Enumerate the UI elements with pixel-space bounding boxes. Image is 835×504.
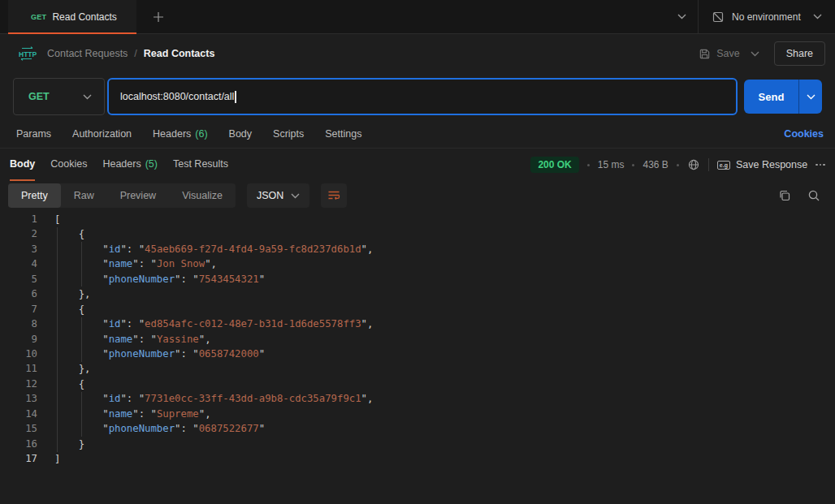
chevron-down-icon: [751, 51, 759, 57]
response-body-viewer[interactable]: 1[2 {3 "id": "45aeb669-f27d-4fd4-9a59-fc…: [0, 210, 835, 503]
response-tab-test-results[interactable]: Test Results: [173, 149, 228, 181]
code-line: 15 "phoneNumber": "0687522677": [0, 421, 835, 436]
code-line: 3 "id": "45aeb669-f27d-4fd4-9a59-fc8d237…: [0, 242, 835, 256]
environment-selector[interactable]: No environment: [699, 0, 835, 33]
save-button[interactable]: Save: [699, 48, 759, 60]
chevron-down-icon: [677, 14, 686, 19]
url-input[interactable]: localhost:8080/contact/all: [107, 78, 738, 115]
response-header: Body Cookies Headers(5) Test Results 200…: [0, 149, 835, 181]
view-preview[interactable]: Preview: [107, 183, 169, 208]
code-line: 17]: [0, 451, 835, 466]
view-pretty[interactable]: Pretty: [8, 183, 61, 208]
breadcrumb-separator: /: [134, 48, 136, 59]
breadcrumb-collection[interactable]: Contact Requests: [47, 48, 128, 59]
separator-dot: [677, 164, 679, 166]
code-line: 6 },: [0, 286, 835, 301]
tab-authorization[interactable]: Authorization: [72, 128, 132, 140]
copy-response-button[interactable]: [778, 189, 791, 202]
save-label: Save: [716, 48, 740, 59]
chevron-down-icon: [291, 193, 300, 199]
indent-guide: [81, 392, 82, 437]
plus-icon: [153, 11, 164, 23]
text-cursor: [235, 91, 236, 103]
language-selector[interactable]: JSON: [247, 183, 309, 208]
wrap-lines-button[interactable]: [321, 183, 347, 208]
save-example-icon: e.g: [717, 161, 730, 170]
breadcrumb-request-name[interactable]: Read Contacts: [144, 48, 215, 59]
tab-method-label: GET: [31, 13, 46, 21]
network-globe-icon[interactable]: [687, 158, 700, 171]
wrap-lines-icon: [327, 190, 340, 201]
code-line: 11 },: [0, 361, 835, 376]
code-line: 4 "name": "Jon Snow",: [0, 256, 835, 271]
view-visualize[interactable]: Visualize: [169, 183, 236, 208]
code-line: 12 {: [0, 377, 835, 391]
tab-title: Read Contacts: [52, 11, 116, 23]
response-tab-headers[interactable]: Headers(5): [102, 149, 158, 181]
tab-settings[interactable]: Settings: [325, 128, 361, 140]
method-label: GET: [28, 91, 50, 102]
request-tabs: Params Authorization Headers(6) Body Scr…: [0, 120, 835, 149]
code-line: 8 "id": "ed854afc-c012-48e7-b31d-1d6de55…: [0, 317, 835, 331]
save-response-button[interactable]: Save Response: [736, 159, 807, 170]
tab-scripts[interactable]: Scripts: [273, 128, 304, 140]
response-toolbar: Pretty Raw Preview Visualize JSON: [0, 181, 835, 210]
view-raw[interactable]: Raw: [61, 183, 107, 208]
svg-text:HTTP: HTTP: [19, 50, 37, 58]
tab-params[interactable]: Params: [16, 128, 51, 140]
method-selector[interactable]: GET: [13, 78, 105, 115]
response-tab-cookies[interactable]: Cookies: [50, 149, 87, 181]
save-icon: [699, 48, 711, 60]
separator-dot: [632, 164, 634, 166]
code-line: 9 "name": "Yassine",: [0, 332, 835, 347]
code-line: 10 "phoneNumber": "0658742000": [0, 347, 835, 361]
send-button[interactable]: Send: [744, 80, 822, 114]
response-time[interactable]: 15 ms: [598, 159, 625, 170]
code-line: 16 }: [0, 437, 835, 451]
view-mode-switch: Pretty Raw Preview Visualize: [8, 183, 236, 208]
code-line: 14 "name": "Supreme",: [0, 407, 835, 421]
request-header: HTTP Contact Requests / Read Contacts Sa…: [0, 34, 835, 73]
status-badge[interactable]: 200 OK: [530, 157, 578, 173]
meta-divider: [708, 158, 709, 171]
chevron-down-icon: [813, 14, 822, 19]
indent-guide: [81, 317, 82, 362]
code-lines: 1[2 {3 "id": "45aeb669-f27d-4fd4-9a59-fc…: [0, 212, 835, 466]
code-line: 2 {: [0, 226, 835, 241]
tab-body[interactable]: Body: [229, 128, 253, 140]
tab-headers[interactable]: Headers(6): [153, 128, 208, 140]
url-value: localhost:8080/contact/all: [120, 91, 234, 102]
code-line: 5 "phoneNumber": "7543454321": [0, 272, 835, 286]
response-size[interactable]: 436 B: [642, 159, 668, 170]
code-line: 13 "id": "7731e0cc-33ff-43dd-a9b8-cdc35a…: [0, 391, 835, 406]
separator-dot: [587, 164, 590, 166]
no-environment-icon: [712, 11, 725, 24]
tab-options-button[interactable]: [665, 0, 698, 33]
share-button[interactable]: Share: [774, 41, 825, 66]
url-bar: GET localhost:8080/contact/all Send: [0, 73, 835, 120]
new-tab-button[interactable]: [145, 0, 172, 33]
response-tab-body[interactable]: Body: [10, 149, 35, 181]
send-options-button[interactable]: [798, 80, 822, 114]
code-line: 7 {: [0, 302, 835, 317]
chevron-down-icon: [83, 94, 92, 100]
more-options-button[interactable]: [816, 164, 825, 166]
indent-guide: [57, 227, 58, 452]
tab-bar: GET Read Contacts No environment: [0, 0, 835, 34]
indent-guide: [81, 242, 82, 286]
code-line: 1[: [0, 212, 835, 226]
environment-label: No environment: [732, 11, 806, 23]
language-label: JSON: [257, 190, 283, 201]
request-tab[interactable]: GET Read Contacts: [8, 0, 136, 33]
cookies-link[interactable]: Cookies: [784, 128, 824, 140]
http-request-icon: HTTP: [16, 45, 37, 62]
search-response-button[interactable]: [807, 189, 820, 202]
send-label: Send: [744, 80, 798, 114]
